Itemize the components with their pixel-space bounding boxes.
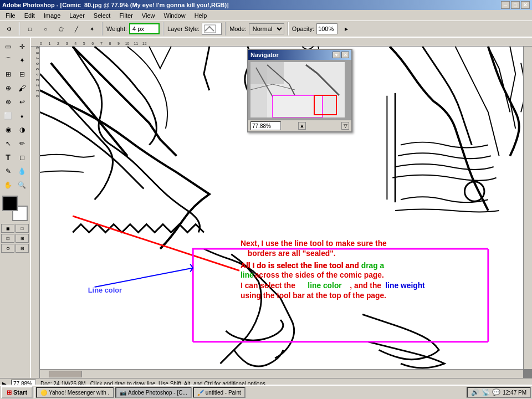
eraser-tool[interactable]: ⬜ xyxy=(2,109,15,122)
shape-poly-btn[interactable]: ⬠ xyxy=(54,23,68,35)
system-tray: 🔊 📡 💬 12:47 PM xyxy=(467,387,531,398)
zoom-out-btn[interactable]: ▲ xyxy=(298,122,306,130)
weight-input[interactable] xyxy=(129,23,160,34)
standard-mode-btn[interactable]: □ xyxy=(16,224,29,233)
shape-ellipse-btn[interactable]: ○ xyxy=(39,23,52,35)
photoshop-icon: 📷 xyxy=(120,390,126,396)
start-button[interactable]: ⊞ Start xyxy=(1,386,33,398)
annotation-tool[interactable]: ✎ xyxy=(2,165,15,178)
yahoo-label: Yahoo! Messenger with ... xyxy=(49,390,110,396)
crop-tool[interactable]: ⊞ xyxy=(2,68,15,81)
shape-custom-btn[interactable]: ✦ xyxy=(85,23,99,35)
svg-text:using the tool bar at the top : using the tool bar at the top of the pag… xyxy=(241,291,386,300)
taskbar-yahoo-btn[interactable]: 🟡 Yahoo! Messenger with ... xyxy=(36,387,114,398)
layer-style-picker[interactable] xyxy=(202,23,222,35)
magic-wand-tool[interactable]: ✦ xyxy=(16,54,29,67)
paint-bucket-tool[interactable]: ⬧ xyxy=(16,109,29,122)
zoom-slider[interactable] xyxy=(307,122,340,130)
screen-mode2-btn[interactable]: ⊞ xyxy=(16,234,29,243)
navigator-collapse-btn[interactable]: ▼ xyxy=(332,52,340,58)
menu-file[interactable]: File xyxy=(2,12,19,19)
opacity-arrow-btn[interactable]: ▶ xyxy=(340,23,353,35)
separator-4 xyxy=(225,22,226,35)
opacity-input[interactable] xyxy=(316,23,337,34)
menu-help[interactable]: Help xyxy=(191,12,211,19)
marquee-rect-tool[interactable]: ▭ xyxy=(2,40,15,53)
pen-tool[interactable]: ✏ xyxy=(16,137,29,150)
navigator-zoom-input[interactable] xyxy=(250,121,281,130)
start-label: Start xyxy=(13,389,27,396)
canvas-area: 0 1 2 3 4 5 6 7 8 9 10 11 12 0 1 2 3 4 5… xyxy=(31,38,532,378)
vertical-scrollbar[interactable] xyxy=(523,47,532,369)
horizontal-scrollbar-thumb[interactable] xyxy=(49,371,82,377)
screen-mode-btn[interactable]: ⊡ xyxy=(1,234,14,243)
healing-tool[interactable]: ⊕ xyxy=(2,81,15,95)
shape-rect-btn[interactable]: □ xyxy=(23,23,37,35)
minimize-button[interactable]: ─ xyxy=(501,1,510,9)
horizontal-scrollbar[interactable] xyxy=(40,369,523,378)
zoom-in-btn[interactable]: ▽ xyxy=(341,122,349,130)
menu-window[interactable]: Window xyxy=(161,12,189,19)
navigator-close-btn[interactable]: ✕ xyxy=(341,52,349,58)
blur-tool[interactable]: ◉ xyxy=(2,123,15,136)
clone-tool[interactable]: ⊛ xyxy=(2,95,15,109)
zoom-tool[interactable]: 🔍 xyxy=(16,178,29,192)
history-tool[interactable]: ↩ xyxy=(16,95,29,109)
tool-row-9: T ◻ xyxy=(2,151,29,164)
slice-tool[interactable]: ⊟ xyxy=(16,68,29,81)
path-select-tool[interactable]: ↖ xyxy=(2,137,15,150)
tool-row-6: ⬜ ⬧ xyxy=(2,109,29,122)
tray-icon-2: 📡 xyxy=(482,388,490,396)
move-tool[interactable]: ✛ xyxy=(16,40,29,53)
paint-icon: 🖌️ xyxy=(197,390,204,396)
tray-icon-1: 🔊 xyxy=(471,388,479,396)
tool-row-2: ⌒ ✦ xyxy=(2,54,29,67)
navigator-title-text: Navigator xyxy=(250,52,279,58)
menu-filter[interactable]: Filter xyxy=(116,12,136,19)
main-area: ▭ ✛ ⌒ ✦ ⊞ ⊟ ⊕ 🖌 ⊛ ↩ ⬜ ⬧ ◉ ◑ ↖ ✏ xyxy=(0,38,532,378)
dodge-tool[interactable]: ◑ xyxy=(16,123,29,136)
color-swatches xyxy=(2,196,28,221)
foreground-color-swatch[interactable] xyxy=(2,196,18,211)
svg-text:I can select the: I can select the xyxy=(241,282,295,290)
extra-btn-a[interactable]: ⚙ xyxy=(1,244,14,253)
tool-row-3: ⊞ ⊟ xyxy=(2,68,29,81)
svg-text:across the sides of the comic : across the sides of the comic page. xyxy=(255,271,384,279)
svg-text:line weight: line weight xyxy=(385,282,425,290)
menu-bar: File Edit Image Layer Select Filter View… xyxy=(0,10,532,21)
navigator-thumbnail xyxy=(250,62,345,117)
mask-mode-btn[interactable]: ◼ xyxy=(1,224,14,233)
menu-select[interactable]: Select xyxy=(90,12,114,19)
ruler-vertical: 0 1 2 3 4 5 6 7 8 9 xyxy=(31,47,40,378)
shape-line-btn[interactable]: ╱ xyxy=(70,23,83,35)
svg-rect-17 xyxy=(250,62,267,117)
menu-image[interactable]: Image xyxy=(40,12,64,19)
extra-btn-b[interactable]: ⊟ xyxy=(16,244,29,253)
tool-row-5: ⊛ ↩ xyxy=(2,95,29,109)
navigator-title-bar: Navigator ▼ ✕ xyxy=(248,50,351,60)
layer-style-icon xyxy=(204,24,219,33)
close-button[interactable]: ✕ xyxy=(521,1,530,9)
tool-row-7: ◉ ◑ xyxy=(2,123,29,136)
hand-tool[interactable]: ✋ xyxy=(2,178,15,192)
taskbar-photoshop-btn[interactable]: 📷 Adobe Photoshop - [C... xyxy=(115,387,192,398)
menu-edit[interactable]: Edit xyxy=(21,12,38,19)
brush-tool[interactable]: 🖌 xyxy=(16,81,29,95)
separator-5 xyxy=(288,22,289,35)
tool-preset-picker[interactable]: ⚙ xyxy=(2,23,16,35)
shape-tool[interactable]: ◻ xyxy=(16,151,29,164)
windows-logo-icon: ⊞ xyxy=(7,389,12,396)
menu-layer[interactable]: Layer xyxy=(66,12,88,19)
layer-style-label: Layer Style: xyxy=(167,25,200,32)
nav-thumb-inner xyxy=(250,62,345,117)
tool-row-11: ✋ 🔍 xyxy=(2,178,29,192)
svg-text:line color: line color xyxy=(308,282,342,290)
maximize-button[interactable]: □ xyxy=(511,1,520,9)
type-tool[interactable]: T xyxy=(2,151,15,164)
menu-view[interactable]: View xyxy=(139,12,158,19)
svg-text:borders are all "sealed".: borders are all "sealed". xyxy=(248,249,336,258)
lasso-tool[interactable]: ⌒ xyxy=(2,54,15,67)
taskbar-paint-btn[interactable]: 🖌️ untitled - Paint xyxy=(193,387,245,398)
eyedropper-tool[interactable]: 💧 xyxy=(16,165,29,178)
mode-select[interactable]: Normal Multiply Screen xyxy=(249,23,284,34)
